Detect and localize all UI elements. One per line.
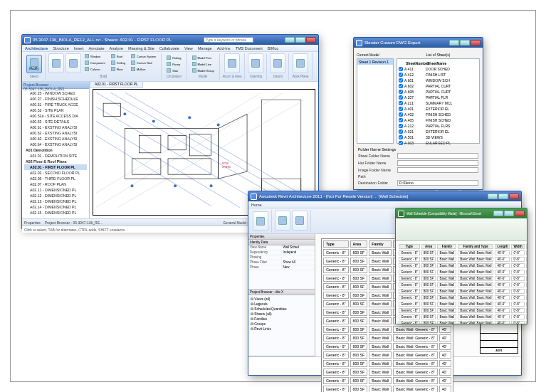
excel-col[interactable]: Length (495, 244, 510, 249)
tree-item[interactable]: A00.52a - SITE ACCESS DIA (24, 113, 87, 119)
sheet-row[interactable]: A.412FINISH LIST (399, 72, 478, 78)
sheet-checkbox[interactable] (399, 141, 403, 145)
excel-close[interactable] (515, 211, 525, 216)
dialog-max[interactable] (460, 40, 470, 46)
sheet-row[interactable]: A.608PARTIAL CURT (399, 89, 478, 95)
tab-structure[interactable]: Structure (53, 46, 68, 51)
modelgroup-button[interactable]: Model Group (190, 68, 216, 73)
tree-item[interactable]: A02.13 - DIMENSIONED PL (24, 198, 87, 204)
dialog-close[interactable] (471, 40, 481, 46)
tree-item[interactable]: A00.52 - SITE PLAN (24, 107, 87, 113)
sheetfolder-input[interactable] (397, 153, 478, 159)
sheet-checkbox[interactable] (399, 84, 403, 88)
tab-projectbrowser[interactable]: Project Browser - 05.3047.136_RE... (45, 221, 103, 225)
excel-col[interactable]: Type (399, 244, 420, 249)
table-row[interactable]: Generic - 8"800 SFBasic WallBasic Wall: … (323, 386, 451, 392)
hatfolder-input[interactable] (397, 160, 478, 166)
sheet-checkbox[interactable] (399, 129, 403, 134)
tree-item[interactable]: A02.03 - SECOND FLOOR PL (24, 170, 87, 176)
tree-item[interactable]: A02.14 - DIMENSIONED PL (24, 204, 87, 210)
excel-row[interactable]: Generic - 8"800 SFBasic WallBasic Wall: … (399, 314, 527, 319)
table-row[interactable]: Generic - 8"800 SFBasic WallBasic Wall: … (323, 351, 451, 359)
modelline-button[interactable]: Model Line (190, 61, 216, 67)
sheet-checkbox[interactable] (399, 78, 403, 83)
workplane-button[interactable] (293, 53, 308, 73)
table-row[interactable]: Generic - 8"800 SFBasic WallBasic Wall: … (323, 343, 451, 350)
sched-max[interactable] (498, 194, 508, 199)
tree-item[interactable]: A00.53 - SITE DETAILS (24, 119, 87, 125)
tab-bimco[interactable]: BIMco (268, 46, 279, 51)
browser-item[interactable]: ⊟ Views (all) (250, 297, 313, 302)
sheet-checkbox[interactable] (399, 95, 403, 100)
tab-manage[interactable]: Manage (198, 46, 212, 51)
tree-item[interactable]: A00.64 - EXSTING ANALYSI (24, 142, 87, 147)
sched-btn2[interactable] (292, 211, 308, 231)
tab-properties[interactable]: Properties (24, 221, 41, 225)
col-header[interactable]: Family (369, 240, 392, 248)
table-row[interactable]: Generic - 8"800 SFBasic WallBasic Wall: … (323, 360, 451, 367)
excel-min[interactable] (493, 211, 503, 216)
datum-button[interactable] (270, 53, 285, 73)
tree-item[interactable]: A01.01 - DEMOLITION SITE (24, 153, 87, 159)
excel-row[interactable]: Generic - 8"800 SFBasic WallBasic Wall: … (399, 270, 527, 275)
tab-architecture[interactable]: Architecture (25, 46, 48, 51)
dialog-min[interactable] (449, 40, 459, 46)
ramp-button[interactable]: Ramp (164, 61, 183, 67)
room-button[interactable] (224, 53, 240, 73)
excel-row[interactable]: Generic - 8"800 SFBasic WallBasic Wall: … (399, 282, 527, 287)
tab-addins[interactable]: Add-Ins (217, 46, 231, 51)
sheet-row[interactable]: A.411DOOR SCHED (399, 66, 478, 72)
tree-item[interactable]: A02.11 - DIMENSIONED PL (24, 187, 87, 193)
sheet-checkbox[interactable] (399, 101, 403, 105)
excel-max[interactable] (504, 211, 514, 216)
sheet-checkbox[interactable] (399, 107, 403, 111)
tree-item[interactable]: A02 Floor & Roof Plans (24, 159, 87, 164)
browser-tree[interactable]: A00.25 - WINDOW SCHEDA00.37 - FINISH SCH… (22, 89, 89, 218)
tab-analyze[interactable]: Analyze (110, 46, 124, 51)
minimize-button[interactable] (285, 37, 295, 43)
excel-col[interactable]: Volume (526, 244, 527, 249)
table-row[interactable]: Generic - 8"800 SFBasic WallBasic Wall: … (323, 334, 451, 341)
curtain-grid-button[interactable]: Curtain Grid (129, 60, 158, 65)
tab-insert[interactable]: Insert (74, 46, 84, 51)
excel-row[interactable]: Generic - 8"800 SFBasic WallBasic Wall: … (399, 295, 527, 300)
tree-item[interactable]: A00.25 - WINDOW SCHED (24, 90, 87, 96)
door-button[interactable] (65, 53, 81, 73)
props-panel[interactable]: Identity Data View NameWall Sched Depend… (248, 240, 315, 290)
col-header[interactable]: Type (323, 240, 349, 248)
imagefolder-input[interactable] (397, 167, 478, 173)
excel-col[interactable]: Family and Type (458, 244, 493, 249)
tree-item[interactable]: A00.37 - FINISH SCHEDULE (24, 96, 87, 102)
sheet-row[interactable]: A.5013D VIEWS (399, 134, 478, 140)
sheet-checkbox[interactable] (399, 118, 403, 122)
col-header[interactable]: Area (350, 240, 368, 248)
browser-item[interactable]: ⊟ Schedules/Quantities (250, 307, 313, 312)
tree-item[interactable]: A00.62 - EXSTING ANALYSI (24, 130, 87, 136)
tree-item[interactable]: A02.12 - DIMENSIONED PL (24, 193, 87, 198)
tree-item[interactable]: A02.15 - DIMENSIONED PL (24, 210, 87, 216)
sheet-row[interactable]: A.212PARTIAL FLRS (399, 123, 478, 129)
sheet-row[interactable]: A.401EXTERIOR EL (399, 106, 478, 112)
sheet-checkbox[interactable] (399, 135, 403, 139)
sheet-row[interactable]: A.003ENLARGED PL (399, 140, 478, 146)
sheet-row[interactable]: A.405FINISH SCHED (399, 117, 478, 123)
browser-item[interactable]: ⊟ Revit Links (250, 327, 313, 332)
sheet-row[interactable]: A.602PARTIAL CURT (399, 83, 478, 89)
sheet-listbox[interactable]: SheetNumberSheetNameA.411DOOR SCHEDA.412… (397, 58, 480, 144)
railing-button[interactable]: Railing (164, 55, 183, 60)
tab-collaborate[interactable]: Collaborate (159, 46, 179, 51)
table-row[interactable]: Generic - 8"800 SFBasic WallBasic Wall: … (323, 326, 451, 333)
sched-modify[interactable] (253, 211, 268, 231)
sheet-checkbox[interactable] (399, 73, 403, 77)
excel-grid[interactable]: TypeAreaFamilyFamily and TypeLengthWidth… (397, 243, 527, 324)
sheet-row[interactable]: A.601WINDOW SCH (399, 78, 478, 83)
browser-item[interactable]: ⊟ Legends (250, 302, 313, 307)
sheet-row[interactable]: A.207PARTIAL FLR (399, 95, 478, 100)
browser-item[interactable]: ⊟ Groups (250, 322, 313, 327)
sheet-checkbox[interactable] (399, 90, 403, 94)
ceiling-button[interactable]: Ceiling (109, 60, 127, 65)
drawing-tab[interactable]: A02.01 - FIRST FLOOR PL (90, 82, 143, 88)
sched-tab-home[interactable]: Home (251, 203, 262, 207)
list-item[interactable]: Sheet 1 Revision 1 (357, 59, 393, 65)
curtain-system-button[interactable]: Curtain System (129, 53, 158, 59)
